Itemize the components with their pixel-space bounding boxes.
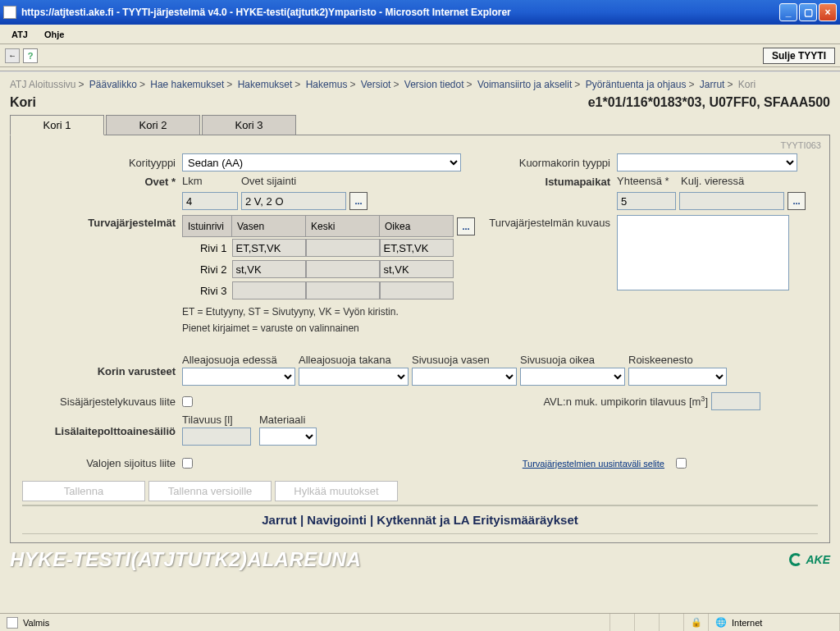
label-ae: Alleajosuoja edessä: [182, 354, 295, 366]
sisa-checkbox[interactable]: [182, 396, 193, 407]
istumapaikat-detail-button[interactable]: ...: [788, 192, 806, 210]
ie-icon: [3, 6, 16, 19]
ovet-sijainti-input[interactable]: [241, 192, 346, 210]
label-tilavuus: Tilavuus [l]: [182, 414, 251, 426]
crumb-kori: Kori: [738, 79, 756, 90]
crumb-hakemukset[interactable]: Hakemukset: [238, 79, 293, 90]
label-sv: Sivusuoja vasen: [412, 354, 517, 366]
label-kuormakorin: Kuormakorin tyyppi: [461, 157, 617, 169]
label-ovet: Ovet *: [22, 176, 182, 188]
status-ready: Valmis: [23, 618, 49, 628]
tab-kori-1[interactable]: Kori 1: [10, 115, 104, 135]
tallenna-versioille-button[interactable]: Tallenna versioille: [148, 481, 272, 501]
hylkaa-button[interactable]: Hylkää muutokset: [275, 481, 398, 501]
label-re: Roiskeenesto: [628, 354, 727, 366]
back-button[interactable]: ←: [5, 48, 20, 63]
ie-status-icon: [7, 617, 18, 629]
label-lisa: Lisälaitepolttoainesäiliö: [22, 414, 182, 437]
materiaali-select[interactable]: [259, 428, 317, 446]
r2-keski-input[interactable]: [306, 260, 380, 278]
bottom-nav[interactable]: Jarrut | Navigointi | Kytkennät ja LA Er…: [22, 505, 818, 534]
label-ovet-sijainti: Ovet sijainti: [241, 175, 296, 187]
label-valojen: Valojen sijoitus liite: [22, 457, 182, 469]
breadcrumb: ATJ Aloitussivu> Päävalikko> Hae hakemuk…: [0, 75, 840, 94]
tab-kori-3[interactable]: Kori 3: [202, 115, 296, 135]
tilavuus-input[interactable]: [182, 428, 251, 446]
th-oikea: Oikea: [380, 216, 454, 237]
so-select[interactable]: [520, 368, 625, 386]
turva-kuvaus-textarea[interactable]: [617, 215, 789, 290]
avl-input[interactable]: [711, 392, 760, 410]
status-zone: Internet: [732, 618, 762, 628]
r1-vasen-input[interactable]: [232, 239, 306, 257]
label-turva-kuvaus: Turvajärjestelmän kuvaus: [489, 217, 610, 229]
ae-select[interactable]: [182, 368, 295, 386]
safety-legend1: ET = Etutyyny, ST = Sivutyyny, VK = Vyön…: [182, 306, 477, 318]
label-korin-varusteet: Korin varusteet: [22, 354, 182, 377]
crumb-pyorantuenta[interactable]: Pyöräntuenta ja ohjaus: [586, 79, 687, 90]
lkm-input[interactable]: [182, 192, 238, 210]
lock-icon: 🔒: [691, 617, 702, 628]
safety-table: Istuinrivi Vasen Keski Oikea ... Rivi 1: [182, 215, 475, 301]
sv-select[interactable]: [412, 368, 517, 386]
sulje-tyyti-button[interactable]: Sulje TYYTI: [763, 48, 835, 64]
turva-selite-link[interactable]: Turvajärjestelmien uusintaväli selite: [523, 459, 664, 469]
label-rivi2: Rivi 2: [183, 258, 232, 280]
crumb-jarrut[interactable]: Jarrut: [700, 79, 725, 90]
crumb-versiot[interactable]: Versiot: [361, 79, 391, 90]
safety-legend2: Pienet kirjaimet = varuste on valinnaine…: [182, 322, 477, 334]
r1-keski-input[interactable]: [306, 239, 380, 257]
label-yhteensa: Yhteensä *: [617, 175, 681, 187]
label-so: Sivusuoja oikea: [520, 354, 625, 366]
re-select[interactable]: [628, 368, 727, 386]
r3-keski-input[interactable]: [306, 281, 380, 299]
r3-oikea-input[interactable]: [380, 281, 454, 299]
kuormakorin-select[interactable]: [617, 153, 797, 171]
label-sisa: Sisäjärjestelykuvaus liite: [22, 396, 182, 408]
brand-ring-icon: [789, 553, 802, 566]
window-title: https://atjtesti.ake.fi - TYYTI-järjeste…: [21, 7, 779, 18]
th-vasen: Vasen: [232, 216, 306, 237]
tallenna-button[interactable]: Tallenna: [22, 481, 145, 501]
label-rivi1: Rivi 1: [183, 237, 232, 259]
help-button[interactable]: ?: [23, 48, 38, 63]
brand-logo: AKE: [789, 553, 830, 566]
globe-icon: 🌐: [715, 617, 727, 628]
tab-kori-2[interactable]: Kori 2: [106, 115, 200, 135]
maximize-button[interactable]: ▢: [799, 3, 817, 21]
page-ref: e1*01/116*0183*03, U07FF0, SFAAA500: [588, 95, 830, 110]
label-rivi3: Rivi 3: [183, 280, 232, 301]
menu-ohje[interactable]: Ohje: [36, 27, 72, 42]
turva-selite-checkbox[interactable]: [676, 458, 687, 469]
label-avl: AVL:n muk. umpikorin tilavuus [m: [543, 396, 701, 408]
yhteensa-input[interactable]: [617, 192, 676, 210]
environment-label: HYKE-TESTI(ATJTUTK2)ALAREUNA: [10, 548, 361, 571]
th-keski: Keski: [306, 216, 380, 237]
r3-vasen-input[interactable]: [232, 281, 306, 299]
menu-atj[interactable]: ATJ: [3, 27, 36, 42]
label-materiaali: Materiaali: [259, 414, 317, 426]
at-select[interactable]: [299, 368, 409, 386]
crumb-hakemus[interactable]: Hakemus: [306, 79, 348, 90]
korityyppi-select[interactable]: Sedan (AA): [182, 153, 461, 171]
crumb-versiontiedot[interactable]: Version tiedot: [404, 79, 464, 90]
ovet-detail-button[interactable]: ...: [349, 192, 368, 210]
r2-oikea-input[interactable]: [380, 260, 454, 278]
page-code: TYYTI063: [780, 140, 821, 150]
th-istuinrivi: Istuinrivi: [183, 216, 232, 237]
page-title: Kori: [10, 95, 36, 110]
crumb-hae[interactable]: Hae hakemukset: [150, 79, 224, 90]
safety-detail-button[interactable]: ...: [457, 217, 475, 235]
label-kulj: Kulj. vieressä: [681, 175, 744, 187]
valojen-checkbox[interactable]: [182, 458, 193, 469]
label-istumapaikat: Istumapaikat: [461, 176, 617, 188]
kulj-input[interactable]: [679, 192, 784, 210]
crumb-paavalikko[interactable]: Päävalikko: [89, 79, 137, 90]
close-button[interactable]: ×: [819, 3, 837, 21]
minimize-button[interactable]: _: [779, 3, 797, 21]
r2-vasen-input[interactable]: [232, 260, 306, 278]
label-turva: Turvajärjestelmät: [22, 215, 182, 229]
label-at: Alleajosuoja takana: [299, 354, 409, 366]
crumb-voimansiirto[interactable]: Voimansiirto ja akselit: [477, 79, 572, 90]
r1-oikea-input[interactable]: [380, 239, 454, 257]
